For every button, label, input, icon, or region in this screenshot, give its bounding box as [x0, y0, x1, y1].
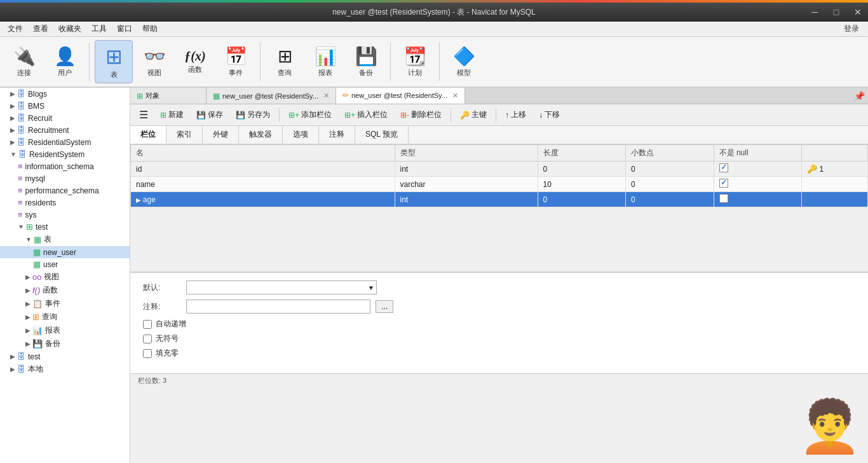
- auto-incr-checkbox[interactable]: [143, 320, 152, 329]
- tab-table-edit[interactable]: ✏ new_user @test (ResidentSy... ✕: [336, 88, 465, 104]
- maximize-button[interactable]: □: [826, 3, 846, 22]
- zerofill-label: 填充零: [156, 348, 179, 359]
- tool-model[interactable]: 🔷 模型: [445, 40, 483, 83]
- tool-report[interactable]: 📊 报表: [306, 40, 344, 83]
- sidebar-item-views-folder[interactable]: ▶ oo 视图: [0, 270, 130, 284]
- sidebar-item-user[interactable]: ▦ user: [0, 258, 130, 270]
- sidebar-item-bms[interactable]: ▶ 🗄 BMS: [0, 100, 130, 112]
- sidebar-item-queries-folder[interactable]: ▶ ⊞ 查询: [0, 310, 130, 324]
- unsigned-checkbox[interactable]: [143, 335, 152, 343]
- tool-view[interactable]: 👓 视图: [135, 40, 173, 83]
- tool-user[interactable]: 👤 用户: [46, 40, 84, 83]
- move-up-button[interactable]: ↑ 上移: [499, 107, 532, 123]
- tab-sql-preview[interactable]: SQL 预览: [355, 126, 409, 144]
- tab-columns[interactable]: 栏位: [130, 126, 166, 144]
- field-decimal: 0: [626, 177, 714, 192]
- table-edit-tab-close[interactable]: ✕: [452, 92, 458, 100]
- tool-function[interactable]: ƒ(x) 函数: [176, 40, 214, 83]
- notnull-checkbox[interactable]: [719, 194, 728, 203]
- table-view-tab-close[interactable]: ✕: [323, 92, 329, 100]
- sidebar-item-local[interactable]: ▶ 🗄 本地: [0, 363, 130, 376]
- tab-comment[interactable]: 注释: [319, 126, 355, 144]
- sidebar-item-test[interactable]: ▼ ⊞ test: [0, 221, 130, 233]
- tool-backup[interactable]: 💾 备份: [347, 40, 385, 83]
- sidebar-item-tables-folder[interactable]: ▼ ▦ 表: [0, 233, 130, 246]
- sidebar-item-recruit[interactable]: ▶ 🗄 Recruit: [0, 112, 130, 124]
- comment-input[interactable]: [186, 300, 370, 314]
- tab-options[interactable]: 选项: [283, 126, 319, 144]
- arrow-bms: ▶: [10, 102, 15, 109]
- menu-help[interactable]: 帮助: [137, 22, 163, 36]
- minimize-button[interactable]: ─: [804, 3, 825, 22]
- move-down-button[interactable]: ↓ 下移: [533, 107, 566, 123]
- sidebar-item-residents[interactable]: ≡ residents: [0, 197, 130, 209]
- tab-indexes[interactable]: 索引: [166, 126, 203, 144]
- tab-pin-button[interactable]: 📌: [850, 88, 868, 104]
- table-row[interactable]: idint00🔑 1: [131, 162, 868, 177]
- menu-tools[interactable]: 工具: [86, 22, 112, 36]
- tool-connect[interactable]: 🔌 连接: [5, 40, 43, 83]
- login-button[interactable]: 登录: [837, 22, 865, 36]
- sidebar-item-residentialsystem[interactable]: ▶ 🗄 ResidentialSystem: [0, 136, 130, 148]
- db-icon-local: 🗄: [17, 364, 25, 374]
- sidebar-item-reports-folder[interactable]: ▶ 📊 报表: [0, 324, 130, 337]
- field-length: 10: [538, 177, 626, 192]
- insert-field-button[interactable]: ⊞+ 插入栏位: [339, 107, 393, 123]
- view-label: 视图: [147, 68, 161, 78]
- sidebar-item-information-schema[interactable]: ≡ information_schema: [0, 160, 130, 172]
- th-decimal: 小数点: [626, 145, 714, 162]
- sidebar-item-test2[interactable]: ▶ 🗄 test: [0, 350, 130, 363]
- notnull-checkbox[interactable]: [719, 163, 728, 172]
- sidebar-item-new-user[interactable]: ▦ new_user: [0, 246, 130, 258]
- save-as-button[interactable]: 💾 另存为: [230, 107, 276, 123]
- close-button[interactable]: ✕: [848, 3, 868, 22]
- schedule-icon: 📆: [404, 46, 426, 67]
- tool-schedule[interactable]: 📆 计划: [396, 40, 434, 83]
- zerofill-checkbox[interactable]: [143, 349, 152, 358]
- db-icon-residentialsystem: 🗄: [17, 137, 25, 147]
- tab-triggers[interactable]: 触发器: [239, 126, 283, 144]
- hamburger-menu[interactable]: ☰: [134, 106, 153, 123]
- menu-favorites[interactable]: 收藏夹: [53, 22, 86, 36]
- sidebar-label-bms: BMS: [28, 102, 44, 111]
- new-button[interactable]: ⊞ 新建: [154, 107, 189, 123]
- tool-table[interactable]: ⊞ 表: [95, 40, 133, 83]
- backup-folder-icon: 💾: [32, 339, 43, 349]
- sidebar-item-functions-folder[interactable]: ▶ f() 函数: [0, 284, 130, 297]
- tool-query[interactable]: ⊞ 查询: [266, 40, 304, 83]
- tab-foreign-keys[interactable]: 外键: [203, 126, 239, 144]
- save-button[interactable]: 💾 保存: [191, 107, 229, 123]
- db-icon-recruit: 🗄: [17, 113, 25, 123]
- field-type: varchar: [395, 177, 538, 192]
- menu-window[interactable]: 窗口: [112, 22, 137, 36]
- default-select[interactable]: [186, 280, 377, 294]
- menu-view[interactable]: 查看: [28, 22, 53, 36]
- sidebar-item-sys[interactable]: ≡ sys: [0, 209, 130, 221]
- content-area: ⊞ 对象 ▦ new_user @test (ResidentSy... ✕ ✏…: [130, 88, 868, 463]
- comment-browse-button[interactable]: ...: [376, 300, 393, 313]
- db-icon-blogs: 🗄: [17, 89, 25, 99]
- sidebar-item-residentsystem[interactable]: ▼ 🗄 ResidentSystem: [0, 148, 130, 160]
- sidebar-item-recruitment[interactable]: ▶ 🗄 Recruitment: [0, 124, 130, 136]
- sidebar-item-backup-folder[interactable]: ▶ 💾 备份: [0, 337, 130, 350]
- table-row[interactable]: ▶ ageint00: [131, 192, 868, 207]
- menu-file[interactable]: 文件: [3, 22, 28, 36]
- title-bar: new_user @test (ResidentSystem) - 表 - Na…: [0, 3, 868, 22]
- tab-table-view[interactable]: ▦ new_user @test (ResidentSy... ✕: [207, 88, 336, 104]
- tool-event[interactable]: 📅 事件: [217, 40, 255, 83]
- delete-field-button[interactable]: ⊞- 删除栏位: [395, 107, 447, 123]
- tab-object[interactable]: ⊞ 对象: [130, 88, 207, 104]
- events-folder-icon: 📋: [32, 299, 43, 308]
- sidebar-label-ps: performance_schema: [25, 186, 99, 195]
- sidebar-item-events-folder[interactable]: ▶ 📋 事件: [0, 297, 130, 310]
- add-field-button[interactable]: ⊞+ 添加栏位: [283, 107, 337, 123]
- sidebar-item-blogs[interactable]: ▶ 🗄 Blogs: [0, 88, 130, 100]
- new-label: 新建: [168, 109, 184, 120]
- sidebar-item-performance-schema[interactable]: ≡ performance_schema: [0, 184, 130, 197]
- table-row[interactable]: namevarchar100: [131, 177, 868, 192]
- notnull-checkbox[interactable]: [719, 179, 728, 188]
- toolbar-sep-2: [260, 43, 261, 81]
- sidebar-item-mysql[interactable]: ≡ mysql: [0, 172, 130, 184]
- primary-key-button[interactable]: 🔑 主键: [454, 107, 492, 123]
- object-toolbar: ☰ ⊞ 新建 💾 保存 💾 另存为 ⊞+ 添加栏位 ⊞+ 插入栏位: [130, 104, 868, 126]
